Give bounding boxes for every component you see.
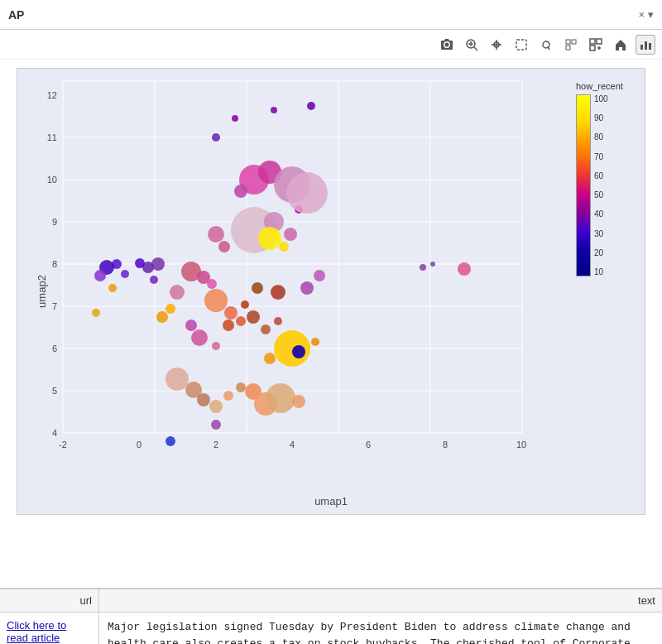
select-box-icon[interactable] bbox=[511, 35, 531, 55]
svg-point-86 bbox=[212, 342, 220, 350]
svg-point-109 bbox=[420, 264, 426, 271]
svg-point-69 bbox=[218, 241, 230, 252]
svg-point-102 bbox=[236, 382, 246, 392]
svg-point-88 bbox=[224, 306, 237, 320]
table-header: url text bbox=[0, 589, 662, 613]
svg-text:2: 2 bbox=[213, 440, 218, 449]
svg-point-116 bbox=[166, 436, 175, 446]
dropdown-button[interactable]: ▾ bbox=[648, 8, 654, 21]
svg-text:9: 9 bbox=[52, 217, 57, 227]
svg-point-107 bbox=[108, 284, 117, 292]
svg-text:-2: -2 bbox=[59, 440, 67, 449]
svg-point-64 bbox=[300, 281, 314, 295]
title-bar-controls: × ▾ bbox=[638, 8, 654, 21]
svg-point-63 bbox=[284, 228, 297, 241]
svg-line-1 bbox=[474, 47, 477, 50]
x-axis-label: umap1 bbox=[314, 495, 348, 507]
svg-point-51 bbox=[212, 133, 220, 142]
svg-point-68 bbox=[208, 226, 224, 243]
svg-rect-10 bbox=[566, 46, 570, 50]
svg-point-91 bbox=[241, 300, 249, 309]
svg-point-105 bbox=[121, 270, 129, 278]
svg-text:7: 7 bbox=[52, 301, 57, 311]
svg-point-76 bbox=[135, 258, 145, 268]
svg-point-80 bbox=[170, 285, 185, 300]
svg-text:5: 5 bbox=[52, 386, 57, 396]
svg-text:6: 6 bbox=[52, 344, 57, 353]
svg-point-95 bbox=[271, 285, 285, 300]
svg-text:10: 10 bbox=[47, 175, 57, 185]
scatter-plot[interactable]: umap2 umap1 how_recent 100 90 80 70 60 5… bbox=[17, 68, 645, 515]
svg-text:10: 10 bbox=[516, 440, 526, 449]
svg-rect-18 bbox=[649, 43, 651, 50]
home-icon[interactable] bbox=[611, 35, 631, 55]
svg-point-87 bbox=[204, 289, 228, 312]
bar-chart-icon[interactable] bbox=[636, 35, 655, 55]
close-button[interactable]: × bbox=[638, 8, 645, 21]
svg-rect-12 bbox=[597, 39, 602, 44]
svg-point-59 bbox=[286, 172, 328, 214]
svg-text:4: 4 bbox=[290, 440, 295, 449]
svg-text:8: 8 bbox=[52, 259, 57, 269]
svg-point-108 bbox=[92, 309, 100, 317]
svg-rect-17 bbox=[645, 41, 647, 50]
article-link[interactable]: Click here to read article bbox=[7, 619, 66, 644]
window-title: AP bbox=[8, 8, 24, 22]
text-cell: Major legislation signed Tuesday by Pres… bbox=[99, 613, 662, 644]
svg-rect-16 bbox=[640, 45, 643, 50]
svg-point-67 bbox=[279, 242, 289, 252]
svg-point-94 bbox=[274, 317, 282, 325]
zoom-in-icon[interactable] bbox=[462, 35, 482, 55]
svg-rect-9 bbox=[572, 40, 576, 44]
svg-point-115 bbox=[292, 395, 305, 408]
svg-point-85 bbox=[191, 329, 208, 346]
svg-point-114 bbox=[266, 383, 295, 413]
svg-point-72 bbox=[311, 338, 319, 346]
svg-point-92 bbox=[247, 310, 260, 324]
svg-text:12: 12 bbox=[47, 90, 57, 100]
url-column-header: url bbox=[0, 589, 99, 612]
svg-rect-8 bbox=[566, 40, 570, 44]
title-bar: AP × ▾ bbox=[0, 0, 662, 30]
scatter-svg[interactable]: 4 5 6 7 8 9 10 11 12 -2 0 2 4 6 8 10 bbox=[17, 69, 564, 474]
svg-point-106 bbox=[94, 270, 106, 281]
svg-point-65 bbox=[314, 270, 325, 281]
svg-point-71 bbox=[292, 345, 305, 358]
url-cell: Click here to read article bbox=[0, 613, 99, 644]
svg-point-100 bbox=[209, 400, 223, 413]
compare-icon[interactable] bbox=[586, 35, 606, 55]
svg-point-97 bbox=[166, 368, 189, 391]
svg-point-54 bbox=[307, 102, 315, 110]
svg-point-90 bbox=[223, 320, 234, 331]
svg-point-96 bbox=[252, 282, 263, 294]
crosshair-icon[interactable] bbox=[487, 35, 506, 55]
svg-rect-19 bbox=[63, 81, 522, 433]
chart-area: umap2 umap1 how_recent 100 90 80 70 60 5… bbox=[0, 60, 662, 588]
svg-rect-11 bbox=[590, 39, 595, 44]
lasso-icon[interactable] bbox=[536, 35, 556, 55]
svg-point-73 bbox=[264, 353, 276, 364]
svg-text:0: 0 bbox=[137, 440, 142, 449]
toolbar bbox=[0, 30, 662, 60]
svg-point-83 bbox=[207, 279, 217, 289]
svg-point-78 bbox=[156, 311, 168, 323]
svg-point-79 bbox=[166, 304, 175, 314]
zoom-out-icon[interactable] bbox=[561, 35, 581, 55]
text-column-header: text bbox=[99, 589, 662, 612]
svg-rect-13 bbox=[590, 46, 595, 50]
svg-point-53 bbox=[271, 107, 277, 113]
svg-point-89 bbox=[236, 316, 246, 326]
camera-icon[interactable] bbox=[437, 35, 457, 55]
svg-text:4: 4 bbox=[52, 428, 57, 438]
data-table: url text Click here to read article Majo… bbox=[0, 588, 662, 644]
svg-point-84 bbox=[185, 320, 197, 331]
svg-rect-7 bbox=[516, 40, 526, 50]
svg-text:6: 6 bbox=[366, 440, 371, 449]
svg-point-93 bbox=[261, 324, 271, 334]
svg-point-117 bbox=[211, 420, 221, 430]
svg-point-99 bbox=[197, 393, 210, 406]
table-body: Click here to read article Major legisla… bbox=[0, 613, 662, 644]
svg-text:11: 11 bbox=[47, 132, 57, 142]
colorbar: how_recent 100 90 80 70 60 50 40 30 20 1… bbox=[576, 81, 638, 276]
svg-point-110 bbox=[430, 262, 435, 267]
